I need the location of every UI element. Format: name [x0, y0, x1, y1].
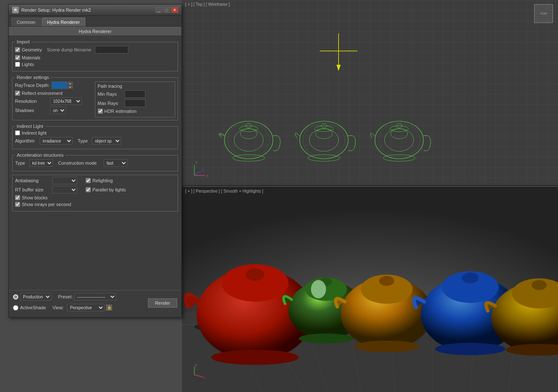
viewport-bottom-label: [ + ] [ Perspective ] [ Smooth + Highlig…	[185, 189, 263, 193]
svg-point-8	[233, 155, 265, 161]
min-rays-label: Min Rays	[98, 92, 123, 97]
hdr-checkbox[interactable]	[98, 109, 103, 114]
relighting-checkbox[interactable]	[86, 178, 91, 183]
indirect-light-checkbox[interactable]	[15, 130, 20, 135]
svg-point-22	[383, 155, 415, 161]
raytrace-down-btn[interactable]: ▼	[67, 85, 73, 89]
preset-select[interactable]: --------------------	[74, 293, 116, 300]
show-blocks-label: Show blocks	[22, 195, 48, 200]
min-rays-input[interactable]: 8	[125, 90, 145, 98]
render-setup-dialog: R Render Setup: Hydra Render mk2 _ □ ✕ C…	[8, 4, 182, 318]
nav-cube-top: TOP	[534, 4, 553, 23]
construction-label: Construction mode	[58, 160, 102, 165]
shadows-select[interactable]: on off	[50, 107, 66, 114]
materials-row: Materials	[15, 55, 175, 60]
algorithm-select[interactable]: irradiance path tracing none	[40, 137, 73, 145]
svg-point-12	[316, 129, 332, 139]
activeshade-label: ActiveShade	[20, 305, 46, 310]
geometry-checkbox[interactable]	[15, 47, 20, 52]
minimize-button[interactable]: _	[155, 7, 162, 13]
algorithm-row: Algorithm irradiance path tracing none T…	[15, 137, 175, 145]
dialog-title: Render Setup: Hydra Render mk2	[21, 8, 91, 13]
lights-label: Lights	[22, 62, 34, 67]
svg-point-58	[354, 341, 419, 352]
svg-text:X: X	[206, 174, 209, 178]
indirect-light-group: Indirect Light Indirect light Algorithm …	[12, 124, 178, 149]
indirect-light-legend: Indirect Light	[15, 124, 45, 129]
viewport-top-label: [ + ] [ Top ] [ Wireframe ]	[185, 2, 230, 7]
dialog-titlebar: R Render Setup: Hydra Render mk2 _ □ ✕	[9, 5, 181, 16]
import-legend: Import	[15, 39, 31, 44]
axis-indicator: X Y Z	[194, 160, 209, 178]
production-row: Production Preset: --------------------	[13, 293, 145, 300]
type-select-indirect[interactable]: object sp screen sp none	[92, 137, 121, 145]
shadows-label: Shadows	[15, 108, 48, 113]
svg-marker-2	[336, 65, 341, 71]
activeshade-radio[interactable]	[13, 305, 18, 311]
svg-point-11	[309, 129, 339, 151]
parallel-lights-label: Parallel by lights	[92, 187, 126, 192]
maximize-button[interactable]: □	[163, 7, 170, 13]
rt-buffer-row: RT buffer size 256 512 1024 Parallel by …	[15, 186, 175, 193]
indirect-light-row: Indirect light	[15, 130, 175, 135]
acceleration-legend: Acceleration structures	[15, 153, 65, 158]
reflect-label: Reflect environment	[22, 91, 63, 96]
geometry-row: Geometry Scene dump filename C:/[Derp]/p…	[15, 46, 175, 53]
raytrace-spinner: 4 ▲ ▼	[51, 81, 73, 89]
svg-point-61	[462, 272, 479, 283]
materials-checkbox[interactable]	[15, 55, 20, 60]
svg-text:y: y	[195, 363, 197, 367]
rt-buffer-label: RT buffer size	[15, 187, 51, 192]
show-mrays-label: Show mrays per second	[22, 202, 71, 207]
view-select[interactable]: Perspective Top Front	[67, 304, 104, 311]
preset-label: Preset:	[58, 294, 73, 299]
rt-buffer-select[interactable]: 256 512 1024	[52, 186, 77, 193]
acceleration-group: Acceleration structures Type kd tree bvh…	[12, 153, 178, 171]
svg-point-5	[240, 129, 257, 139]
show-mrays-checkbox[interactable]	[15, 202, 20, 207]
dialog-bottom: Production Preset: -------------------- …	[9, 290, 181, 317]
svg-point-62	[435, 343, 505, 355]
svg-point-54	[299, 333, 353, 344]
misc-group: Antialiasing 2x 4x 8x Relighting RT buff…	[12, 175, 178, 211]
resolution-select[interactable]: 1024x768 640x480 800x600 1280x720 1920x1…	[50, 97, 82, 105]
tab-common[interactable]: Common	[11, 18, 41, 26]
scene-dump-input[interactable]: C:/[Derp]/plu	[95, 46, 128, 53]
antialiasing-row: Antialiasing 2x 4x 8x Relighting	[15, 177, 175, 184]
tab-hydra-renderer[interactable]: Hydra Renderer	[42, 18, 85, 26]
show-blocks-row: Show blocks	[15, 195, 175, 200]
svg-text:Z: Z	[202, 168, 204, 172]
reflect-checkbox[interactable]	[15, 91, 20, 96]
path-tracing-box: Path tracing Min Rays 8 Max Rays 500 HDR…	[95, 81, 176, 117]
wire-teapot-3	[370, 121, 431, 161]
render-settings-group: Render settings RayTrace Depth: 4 ▲ ▼	[12, 75, 178, 120]
max-rays-input[interactable]: 500	[125, 99, 145, 107]
geometry-label: Geometry	[22, 47, 42, 52]
svg-point-4	[234, 129, 263, 151]
lights-checkbox[interactable]	[15, 62, 20, 67]
render-button[interactable]: Render	[148, 298, 177, 308]
viewport-area: TOP	[182, 0, 558, 392]
production-select[interactable]: Production	[20, 293, 51, 300]
raytrace-input[interactable]: 4	[51, 81, 67, 89]
svg-point-18	[385, 129, 414, 151]
resolution-label: Resolution	[15, 99, 48, 104]
view-lock-icon[interactable]: 🔒	[106, 305, 112, 311]
accel-type-select[interactable]: kd tree bvh none	[29, 159, 53, 167]
svg-point-49	[211, 350, 299, 365]
shadows-row: Shadows on off	[15, 107, 90, 114]
dialog-content: Import Geometry Scene dump filename C:/[…	[9, 36, 181, 311]
wire-teapot-2	[295, 121, 355, 161]
parallel-lights-checkbox[interactable]	[86, 187, 91, 192]
rendered-scene-svg: x y	[182, 187, 558, 392]
raytrace-up-btn[interactable]: ▲	[67, 81, 73, 85]
svg-point-10	[300, 121, 348, 159]
production-radio[interactable]	[13, 294, 18, 300]
indirect-light-label: Indirect light	[22, 130, 46, 135]
close-button[interactable]: ✕	[171, 7, 178, 13]
construction-select[interactable]: fast normal slow	[104, 159, 127, 167]
tab-bar: Common Hydra Renderer	[9, 16, 181, 27]
show-blocks-checkbox[interactable]	[15, 195, 20, 200]
activeshade-row: ActiveShade View: Perspective Top Front …	[13, 304, 145, 311]
antialiasing-select[interactable]: 2x 4x 8x	[52, 177, 77, 184]
